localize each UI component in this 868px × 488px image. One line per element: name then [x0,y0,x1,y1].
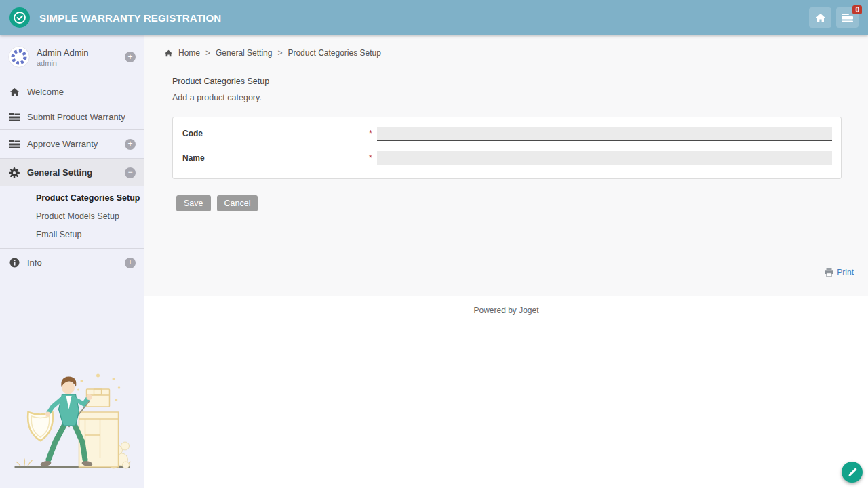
user-name: Admin Admin [37,47,89,58]
avatar [8,46,30,68]
sidebar-item-approve-warranty[interactable]: Approve Warranty + [0,130,144,158]
form-subtitle: Add a product category. [172,93,868,102]
breadcrumb-home[interactable]: Home [178,48,200,58]
breadcrumb-separator: > [205,48,210,58]
name-input[interactable] [377,151,832,165]
expander-icon[interactable]: + [125,258,136,268]
print-link[interactable]: Print [825,268,854,277]
home-icon [815,13,826,22]
expander-icon[interactable]: − [125,167,136,178]
home-icon [164,49,173,57]
sidebar-item-submit-product-warranty[interactable]: Submit Product Warranty [0,104,144,129]
sidebar-subitem-product-categories-setup[interactable]: Product Categories Setup [0,189,144,207]
breadcrumb-current: Product Categories Setup [288,48,380,58]
list-icon [8,113,20,121]
field-row-code: Code * [182,121,832,146]
save-button[interactable]: Save [176,195,211,211]
sidebar-subitem-email-setup[interactable]: Email Setup [0,226,144,244]
required-asterisk: * [369,129,372,138]
breadcrumb-separator: > [277,48,282,58]
print-label: Print [837,268,854,277]
sidebar-item-label: Approve Warranty [27,139,98,149]
user-text: Admin Admin admin [37,47,89,67]
home-icon [8,87,20,96]
sidebar-subitem-product-models-setup[interactable]: Product Models Setup [0,207,144,226]
app-logo[interactable] [9,7,30,28]
sidebar: Admin Admin admin + Welcome Submit Produ… [0,35,144,488]
field-label-code: Code [182,129,369,138]
content-area: Home > General Setting > Product Categor… [144,35,868,296]
form-buttons: Save Cancel [176,195,868,211]
sidebar-item-general-setting[interactable]: General Setting − [0,159,144,186]
sidebar-item-label: General Setting [27,167,92,178]
inbox-icon [842,13,853,22]
sidebar-submenu: Product Categories Setup Product Models … [0,186,144,248]
main-content: Home > General Setting > Product Categor… [144,35,868,488]
sidebar-item-info[interactable]: Info + [0,249,144,277]
breadcrumb-general-setting[interactable]: General Setting [216,48,272,58]
breadcrumb: Home > General Setting > Product Categor… [144,35,868,58]
form-panel: Code * Name * [172,117,842,179]
expander-icon[interactable]: + [125,139,136,150]
sidebar-item-welcome[interactable]: Welcome [0,79,144,104]
app-header: SIMPLE WARRANTY REGISTRATION 0 [0,0,868,35]
info-icon [8,258,20,268]
home-button[interactable] [809,7,831,28]
user-profile: Admin Admin admin + [0,35,144,79]
field-row-name: Name * [182,146,832,170]
check-circle-icon [9,7,30,28]
cancel-button[interactable]: Cancel [217,195,258,211]
inbox-button[interactable]: 0 [836,7,859,28]
inbox-badge: 0 [852,5,862,14]
sidebar-item-label: Welcome [27,87,64,97]
required-asterisk: * [369,153,372,163]
printer-icon [825,268,833,277]
user-expand-button[interactable]: + [125,52,136,62]
header-actions: 0 [809,7,859,28]
app-title: SIMPLE WARRANTY REGISTRATION [39,12,221,24]
field-label-name: Name [182,153,369,163]
sidebar-item-label: Submit Product Warranty [27,112,125,122]
edit-fab[interactable] [842,462,863,483]
user-username: admin [37,59,89,67]
sidebar-item-label: Info [27,258,42,268]
gear-icon [8,167,20,178]
form-title: Product Categories Setup [172,77,868,86]
pencil-icon [848,468,857,477]
warranty-illustration [9,370,135,472]
code-input[interactable] [377,127,832,141]
list-icon [8,140,20,148]
powered-by: Powered by Joget [144,306,868,315]
